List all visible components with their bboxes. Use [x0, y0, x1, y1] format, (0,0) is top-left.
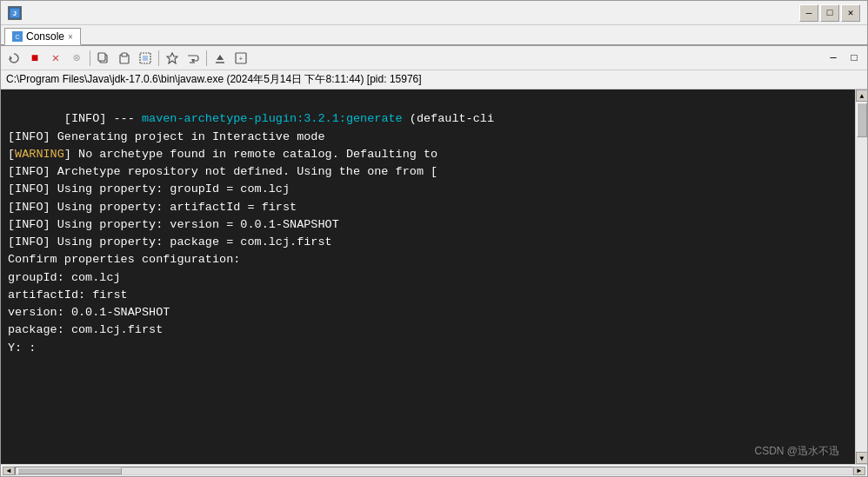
- copy-button[interactable]: [94, 49, 113, 68]
- svg-text:+: +: [239, 55, 244, 63]
- svg-rect-6: [98, 53, 105, 61]
- window-controls: — □ ✕: [799, 4, 860, 22]
- scroll-end-button[interactable]: [210, 49, 230, 68]
- terminate-button[interactable]: ✕: [46, 49, 65, 68]
- scroll-left-button[interactable]: ◀: [3, 467, 15, 475]
- app-icon: J: [8, 6, 22, 20]
- svg-text:C: C: [15, 34, 19, 40]
- select-all-button[interactable]: [136, 49, 155, 68]
- new-console-button[interactable]: +: [231, 49, 250, 68]
- toolbar: ■ ✕ ⊗: [1, 46, 867, 70]
- pin-icon: [166, 52, 178, 64]
- tab-bar: C Console ×: [1, 25, 867, 46]
- disconnect-button[interactable]: ⊗: [67, 49, 86, 68]
- restart-icon: [8, 52, 20, 64]
- separator-1: [90, 50, 90, 66]
- console-tab-icon: C: [12, 31, 23, 42]
- watermark: CSDN @迅水不迅: [754, 444, 839, 459]
- vertical-scrollbar[interactable]: ▲ ▼: [855, 89, 867, 464]
- restart-button[interactable]: [4, 49, 23, 68]
- maximize-button[interactable]: □: [820, 4, 839, 22]
- svg-text:J: J: [13, 10, 17, 17]
- minimize-button[interactable]: —: [799, 4, 818, 22]
- console-tab[interactable]: C Console ×: [4, 28, 81, 45]
- scroll-h-thumb[interactable]: [17, 467, 122, 474]
- svg-rect-10: [143, 56, 148, 61]
- scroll-v-track[interactable]: [856, 102, 867, 452]
- scroll-up-button[interactable]: ▲: [856, 89, 867, 102]
- main-window: J — □ ✕ C Console × ■ ✕: [0, 0, 868, 477]
- separator-2: [158, 50, 159, 66]
- copy-icon: [97, 52, 110, 64]
- title-bar: J — □ ✕: [1, 1, 867, 25]
- title-bar-left: J: [8, 6, 22, 20]
- console-tab-label: Console: [26, 30, 64, 43]
- path-bar: C:\Program Files\Java\jdk-17.0.6\bin\jav…: [1, 70, 867, 89]
- svg-rect-8: [122, 53, 127, 56]
- stop-button[interactable]: ■: [25, 49, 44, 68]
- select-icon: [139, 52, 151, 64]
- console-area[interactable]: [INFO] --- maven-archetype-plugin:3.2.1:…: [1, 89, 855, 464]
- svg-marker-4: [10, 56, 12, 61]
- pin-button[interactable]: [163, 49, 182, 68]
- scroll-end-icon: [214, 52, 226, 64]
- paste-icon: [118, 52, 130, 64]
- scroll-right-button[interactable]: ▶: [853, 467, 865, 475]
- right-toolbar: — □: [824, 49, 864, 68]
- path-text: C:\Program Files\Java\jdk-17.0.6\bin\jav…: [6, 72, 422, 87]
- console-tab-close[interactable]: ×: [68, 32, 73, 42]
- new-console-icon: +: [235, 52, 247, 64]
- main-content: [INFO] --- maven-archetype-plugin:3.2.1:…: [1, 89, 867, 464]
- maximize-view-button[interactable]: □: [845, 49, 864, 68]
- close-button[interactable]: ✕: [841, 4, 860, 22]
- wrap-icon: [187, 52, 199, 64]
- console-content: [INFO] --- maven-archetype-plugin:3.2.1:…: [8, 93, 848, 374]
- scroll-h-track[interactable]: [15, 467, 853, 475]
- minimize-view-button[interactable]: —: [824, 49, 843, 68]
- svg-marker-11: [167, 53, 177, 63]
- wrap-button[interactable]: [184, 49, 203, 68]
- separator-3: [206, 50, 207, 66]
- paste-button[interactable]: [115, 49, 134, 68]
- scroll-v-thumb[interactable]: [857, 103, 867, 137]
- svg-marker-16: [217, 55, 224, 60]
- horizontal-scrollbar[interactable]: ◀ ▶: [1, 464, 867, 476]
- scroll-down-button[interactable]: ▼: [856, 452, 867, 464]
